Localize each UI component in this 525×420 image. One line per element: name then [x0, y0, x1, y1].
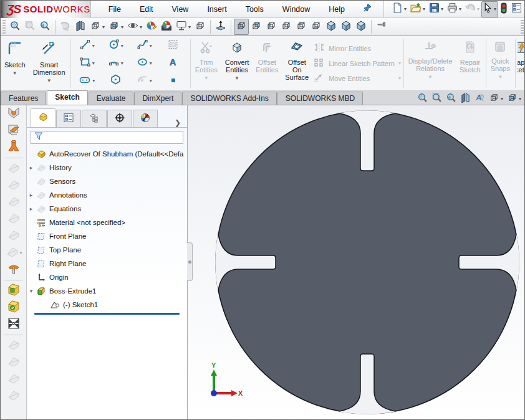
dropdown-caret[interactable]: ▾	[501, 96, 503, 102]
tab-evaluate[interactable]: Evaluate	[89, 92, 134, 105]
print-button[interactable]: ▾	[445, 1, 463, 17]
rollback-bar[interactable]	[34, 313, 180, 315]
dropdown-caret[interactable]: ▾	[404, 6, 407, 12]
menu-file[interactable]: File	[100, 2, 130, 16]
vent-tool-button[interactable]	[4, 261, 23, 278]
3d-drawing-view-button[interactable]	[374, 19, 388, 35]
convert-entities-button[interactable]: Convert Entities ▼	[222, 37, 253, 89]
dropdown-caret[interactable]: ▾	[121, 43, 123, 49]
tab-sketch[interactable]: Sketch	[47, 90, 87, 105]
tree-item-history[interactable]: ▸History	[27, 161, 187, 174]
view-settings-monitor-button[interactable]: ▾	[174, 19, 193, 35]
corner-rectangle-tool[interactable]: ▾	[73, 55, 102, 72]
panel-splitter-handle[interactable]	[187, 242, 193, 281]
panel-box-tool-button[interactable]	[4, 122, 23, 139]
dropdown-caret[interactable]: ▾	[140, 24, 142, 30]
view-dimetric-button[interactable]	[354, 19, 368, 35]
centerpoint-arc-tool[interactable]: ▾	[102, 55, 130, 72]
spline-tool[interactable]: ▾	[130, 37, 159, 55]
view-front-button[interactable]	[234, 19, 249, 35]
dropdown-caret[interactable]: ▾	[150, 43, 152, 49]
tree-item-equations[interactable]: ▸Equations	[27, 202, 187, 216]
menu-tools[interactable]: Tools	[237, 2, 272, 16]
select-button[interactable]: ▾	[481, 1, 498, 17]
dropdown-caret[interactable]: ▾	[150, 60, 152, 66]
section-view-button[interactable]	[458, 90, 473, 107]
view-top-button[interactable]	[294, 19, 309, 35]
dropdown-caret[interactable]: ▾	[121, 60, 123, 66]
traffic-light-button[interactable]	[498, 1, 509, 17]
tree-item-material-not-specified[interactable]: Material <not specified>	[27, 216, 187, 229]
expand-arrow[interactable]: ▾	[27, 288, 36, 294]
menu-window[interactable]: Window	[274, 2, 319, 16]
propertymanager-tab[interactable]	[56, 110, 81, 127]
smart-dimension-button[interactable]: Smart Dimension ▼	[30, 37, 69, 89]
tree-item-sensors[interactable]: Sensors	[27, 174, 187, 188]
draft-analysis-cube-button[interactable]	[193, 19, 208, 35]
dropdown-caret[interactable]: ▾	[92, 43, 95, 49]
view-bottom-button[interactable]	[309, 19, 324, 35]
flare-tool-button[interactable]	[4, 139, 23, 156]
view-orientation-cube-button[interactable]: ▾	[88, 19, 107, 35]
tree-item-front-plane[interactable]: Front Plane	[27, 229, 187, 243]
menu-edit[interactable]: Edit	[131, 2, 162, 16]
hide-all-types-button[interactable]: A	[473, 90, 487, 107]
u-bracket-tool-button[interactable]	[4, 105, 23, 122]
text-tool[interactable]: A	[159, 55, 188, 72]
tree-item-sketch1[interactable]: (-) Sketch1	[27, 298, 187, 312]
menu-view[interactable]: View	[163, 2, 198, 16]
straight-slot-tool[interactable]: ▾	[73, 72, 102, 90]
dropdown-caret[interactable]: ▼	[47, 78, 52, 84]
dropdown-caret[interactable]: ▼	[12, 70, 17, 76]
dropdown-caret[interactable]: ▾	[519, 96, 521, 102]
view-back-button[interactable]	[249, 19, 264, 35]
sketch-button[interactable]: Sketch ▼	[1, 37, 29, 89]
expand-arrow[interactable]: ▸	[27, 206, 36, 212]
pin-icon[interactable]	[362, 3, 372, 16]
view-trimetric-button[interactable]	[339, 19, 354, 35]
dimxpertmanager-tab[interactable]	[107, 110, 132, 127]
toolbar-grip[interactable]	[521, 20, 524, 34]
previous-view-button[interactable]	[444, 90, 458, 107]
tab-solidworks-mbd[interactable]: SOLIDWORKS MBD	[277, 92, 363, 105]
tab-features[interactable]: Features	[1, 92, 46, 105]
dropdown-caret[interactable]: ▾	[441, 6, 443, 12]
tree-item-right-plane[interactable]: Right Plane	[27, 257, 187, 270]
dropdown-caret[interactable]: ▾	[477, 6, 479, 12]
save-button[interactable]: ▾	[427, 1, 445, 17]
edit-appearance-button[interactable]	[144, 19, 159, 35]
polygon-tool[interactable]	[102, 72, 130, 90]
previous-view-button[interactable]	[37, 19, 52, 35]
expand-arrow[interactable]: ▸	[27, 165, 36, 171]
dropdown-caret[interactable]: ▾	[459, 6, 461, 12]
tree-filter-input[interactable]	[31, 131, 183, 144]
hide-show-eye-button[interactable]: ▾	[125, 19, 144, 35]
tab-dimxpert[interactable]: DimXpert	[134, 92, 181, 105]
dropdown-caret[interactable]: ▾	[102, 24, 105, 30]
dropdown-caret[interactable]: ▾	[92, 60, 95, 66]
yellow-cube-check-tool-button[interactable]	[4, 299, 23, 316]
tab-solidworks-add-ins[interactable]: SOLIDWORKS Add-Ins	[182, 92, 276, 105]
open-document-button[interactable]: ▾	[408, 1, 427, 17]
dropdown-caret[interactable]: ▼	[234, 75, 239, 81]
sketch-picture-tool[interactable]	[159, 37, 188, 55]
new-document-button[interactable]: ▾	[390, 1, 408, 17]
displaymanager-tab[interactable]	[133, 110, 158, 127]
view-left-button[interactable]	[264, 19, 279, 35]
ellipse-tool[interactable]: ▾	[130, 55, 159, 72]
circle-tool[interactable]: ▾	[102, 37, 130, 55]
task-list-button[interactable]	[509, 1, 524, 17]
view-isometric-button[interactable]	[324, 19, 339, 35]
dropdown-caret[interactable]: ▾	[92, 78, 95, 84]
section-view-button[interactable]	[73, 19, 88, 35]
zoom-to-fit-button[interactable]	[7, 19, 22, 35]
tree-item-autorecover-of-shubham-default-defa[interactable]: AutoRecover Of Shubham (Default<<Defa	[27, 147, 187, 161]
display-style-cube-button[interactable]: ▾	[505, 90, 523, 107]
view-orientation-cube-button[interactable]: ▾	[487, 90, 505, 107]
dropdown-caret[interactable]: ▾	[423, 6, 425, 12]
tree-item-origin[interactable]: Origin	[27, 270, 187, 284]
menu-insert[interactable]: Insert	[198, 2, 235, 16]
graphics-viewport[interactable]: Y X	[188, 105, 525, 420]
expand-arrow[interactable]: ▸	[27, 192, 36, 198]
zoom-to-area-button[interactable]	[430, 90, 444, 107]
